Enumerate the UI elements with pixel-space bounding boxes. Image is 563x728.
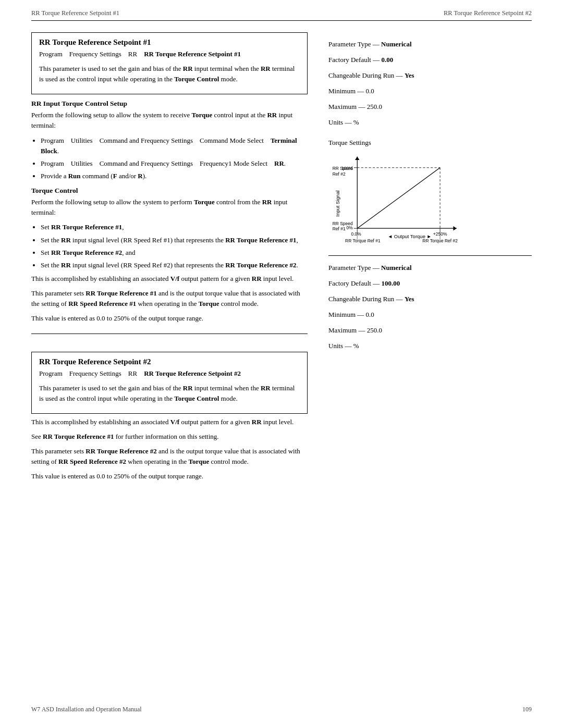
bullet-list-2: Set RR Torque Reference #1, Set the RR i… (41, 222, 308, 270)
svg-line-2 (357, 168, 440, 228)
svg-marker-5 (454, 226, 457, 230)
units-value: % (353, 118, 359, 126)
factory-default-value: 0.00 (381, 56, 393, 64)
section2-body1: This parameter is used to set the gain a… (39, 383, 300, 404)
header-left: RR Torque Reference Setpoint #1 (31, 9, 119, 17)
minimum-label: Minimum — (328, 87, 364, 95)
torque-diagram: Torque Settings (328, 139, 532, 246)
section1-body3: This parameter sets RR Torque Reference … (31, 288, 308, 309)
y-100pct: 100% (341, 166, 353, 171)
section1-body4: This value is entered as 0.0 to 250% of … (31, 313, 308, 324)
bc2-rr: RR (128, 369, 137, 377)
y-100-label2: Ref #2 (333, 171, 346, 177)
x-0-label: 0.0% (351, 231, 362, 237)
section1-title: RR Torque Reference Setpoint #1 (39, 38, 300, 47)
maximum-row: Maximum — 250.0 (328, 100, 532, 114)
changeable-value: Yes (405, 71, 414, 79)
subsection2-title: Torque Control (31, 187, 308, 195)
x-ref1-label: RR Torque Ref #1 (345, 238, 381, 243)
s2-factory-default-row: Factory Default — 100.00 (328, 277, 532, 290)
bullet2-4: Set the RR input signal level (RR Speed … (41, 260, 308, 270)
subsection2-body: Perform the following setup to allow the… (31, 197, 308, 218)
main-content: RR Torque Reference Setpoint #1 Program … (0, 21, 563, 486)
s2-minimum-row: Minimum — 0.0 (328, 308, 532, 322)
section2-body4: This parameter sets RR Torque Reference … (31, 446, 308, 467)
section1-body1: This parameter is used to set the gain a… (39, 64, 300, 84)
y-0pct: 0% (347, 225, 353, 230)
y-axis-label: Input Signal (335, 190, 340, 216)
units-row: Units — % (328, 116, 532, 129)
diagram-title: Torque Settings (328, 139, 532, 147)
subsection1-title: RR Input Torque Control Setup (31, 100, 308, 108)
torque-diagram-svg: Input Signal ◄ Output Torque ► RR Speed … (328, 151, 474, 245)
section2-body2: This is accomplished by establishing an … (31, 417, 308, 427)
maximum-label: Maximum — (328, 103, 365, 110)
section2-body3: See RR Torque Reference #1 for further i… (31, 431, 308, 442)
s2-minimum-label: Minimum — (328, 311, 364, 318)
right-divider (328, 255, 532, 256)
s2-changeable-row: Changeable During Run — Yes (328, 292, 532, 306)
s2-units-value: % (353, 342, 359, 350)
page: RR Torque Reference Setpoint #1 RR Torqu… (0, 0, 563, 728)
bullet-list-1: Program Utilities Command and Frequency … (41, 135, 308, 182)
bullet2-3: Set RR Torque Reference #2, and (41, 248, 308, 258)
changeable-row: Changeable During Run — Yes (328, 69, 532, 82)
bullet1-1: Program Utilities Command and Frequency … (41, 135, 308, 156)
bc2-freq: Frequency Settings (69, 369, 121, 377)
minimum-value: 0.0 (366, 87, 374, 95)
param-type-row: Parameter Type — Numerical (328, 38, 532, 51)
header-right: RR Torque Reference Setpoint #2 (444, 9, 532, 17)
bullet1-3: Provide a Run command (F and/or R). (41, 171, 308, 181)
right-column: Parameter Type — Numerical Factory Defau… (323, 32, 532, 486)
bc1-rr: RR (128, 50, 137, 58)
param-type-label: Parameter Type — (328, 40, 380, 48)
section1-breadcrumb: Program Frequency Settings RR RR Torque … (39, 50, 300, 58)
section2-title: RR Torque Reference Setpoint #2 (39, 357, 300, 366)
bc2-program: Program (39, 369, 63, 377)
section2-body5: This value is entered as 0.0 to 250% of … (31, 471, 308, 482)
bc2-bold: RR Torque Reference Setpoint #2 (144, 369, 241, 377)
subsection1-body: Perform the following setup to allow the… (31, 110, 308, 131)
s2-param-type-row: Parameter Type — Numerical (328, 261, 532, 275)
page-footer: W7 ASD Installation and Operation Manual… (0, 706, 563, 713)
changeable-label: Changeable During Run — (328, 71, 403, 79)
bc1-program: Program (39, 50, 63, 58)
s2-changeable-label: Changeable During Run — (328, 295, 403, 303)
s2-param-type-label: Parameter Type — (328, 264, 380, 272)
section1-box: RR Torque Reference Setpoint #1 Program … (31, 32, 308, 94)
bullet2-1: Set RR Torque Reference #1, (41, 222, 308, 232)
units-label: Units — (328, 118, 351, 126)
y-0-label2: Ref #1 (333, 226, 346, 231)
bullet1-2: Program Utilities Command and Frequency … (41, 158, 308, 169)
s2-units-label: Units — (328, 342, 351, 350)
param-type-value: Numerical (381, 40, 411, 48)
s2-units-row: Units — % (328, 339, 532, 353)
section2-breadcrumb: Program Frequency Settings RR RR Torque … (39, 369, 300, 378)
factory-default-label: Factory Default — (328, 56, 380, 64)
s2-maximum-row: Maximum — 250.0 (328, 324, 532, 337)
s2-changeable-value: Yes (405, 295, 414, 303)
section2-box: RR Torque Reference Setpoint #2 Program … (31, 352, 308, 414)
section1-param-info: Parameter Type — Numerical Factory Defau… (328, 38, 532, 129)
factory-default-row: Factory Default — 0.00 (328, 53, 532, 67)
s2-factory-default-value: 100.00 (381, 279, 400, 287)
s2-factory-default-label: Factory Default — (328, 279, 380, 287)
section2-param-info: Parameter Type — Numerical Factory Defau… (328, 261, 532, 353)
s2-maximum-label: Maximum — (328, 326, 365, 334)
footer-right: 109 (522, 706, 532, 713)
section1-body2: This is accomplished by establishing an … (31, 274, 308, 284)
page-header: RR Torque Reference Setpoint #1 RR Torqu… (0, 0, 563, 17)
footer-left: W7 ASD Installation and Operation Manual (31, 706, 142, 713)
s2-param-type-value: Numerical (381, 264, 411, 272)
s2-minimum-value: 0.0 (366, 311, 374, 318)
svg-marker-6 (355, 157, 359, 160)
maximum-value: 250.0 (367, 103, 382, 110)
bc1-bold: RR Torque Reference Setpoint #1 (144, 50, 241, 58)
s2-maximum-value: 250.0 (367, 326, 382, 334)
minimum-row: Minimum — 0.0 (328, 84, 532, 98)
left-column: RR Torque Reference Setpoint #1 Program … (31, 32, 323, 486)
bullet2-2: Set the RR input signal level (RR Speed … (41, 235, 308, 245)
bc1-freq: Frequency Settings (69, 50, 121, 58)
